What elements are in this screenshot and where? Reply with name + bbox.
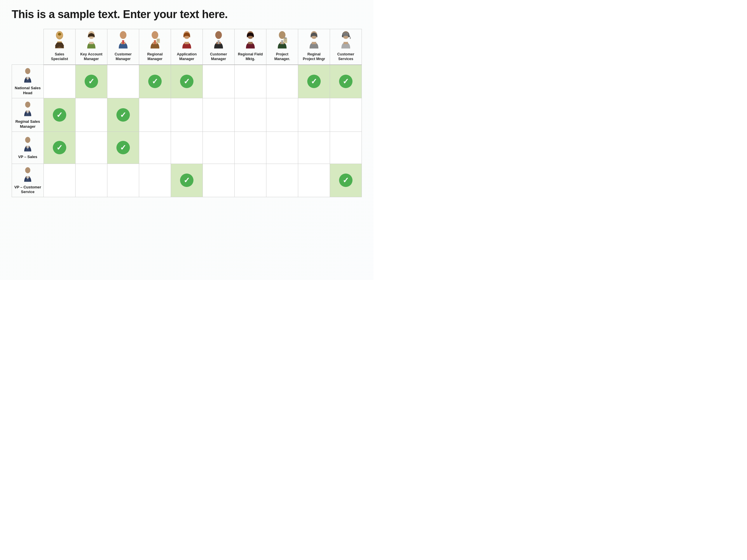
cell-vp-customer-service-sales-specialist (44, 164, 76, 197)
header-label-reginal-project-mngr: ReginalProject Mngr (300, 52, 329, 61)
cell-national-sales-head-application-manager (171, 65, 203, 98)
cell-vp-sales-regional-field-mktg (235, 132, 266, 164)
cell-vp-customer-service-customer-manager-2 (203, 164, 235, 197)
page-title: This is a sample text. Enter your text h… (12, 8, 362, 21)
cell-vp-sales-application-manager (171, 132, 203, 164)
cell-vp-customer-service-regional-manager (139, 164, 171, 197)
cell-vp-customer-service-application-manager (171, 164, 203, 197)
cell-national-sales-head-reginal-project-mngr (298, 65, 330, 98)
svg-rect-29 (312, 42, 316, 44)
header-label-regional-field-mktg: Regional FieldMktg. (236, 52, 265, 61)
svg-rect-32 (342, 35, 343, 37)
matrix-table: SalesSpecialist Key AccountManager Custo… (12, 29, 362, 197)
row-icon-reginal-sales-manager (14, 101, 42, 117)
checkmark-national-sales-head-customer-services (339, 75, 353, 88)
header-icon-reginal-project-mngr (300, 29, 329, 50)
svg-rect-11 (157, 38, 160, 43)
cell-vp-customer-service-key-account-manager (76, 164, 107, 197)
cell-reginal-sales-manager-reginal-project-mngr (298, 98, 330, 132)
row-reginal-sales-manager: Reginal SalesManager (12, 98, 362, 132)
header-icon-regional-manager (140, 29, 170, 50)
header-label-regional-manager: RegionalManager (140, 52, 170, 61)
header-row: SalesSpecialist Key AccountManager Custo… (12, 29, 362, 65)
row-vp-sales: VP – Sales (12, 132, 362, 164)
svg-rect-24 (284, 37, 287, 39)
cell-national-sales-head-customer-manager-1 (107, 65, 139, 98)
cell-vp-customer-service-reginal-project-mngr (298, 164, 330, 197)
svg-point-6 (120, 31, 127, 39)
row-header-vp-customer-service: VP – CustomerService (12, 164, 44, 197)
header-cell-key-account-manager: Key AccountManager (76, 29, 107, 65)
cell-national-sales-head-key-account-manager (76, 65, 107, 98)
cell-national-sales-head-sales-specialist (44, 65, 76, 98)
svg-point-34 (25, 68, 30, 74)
cell-reginal-sales-manager-customer-manager-2 (203, 98, 235, 132)
header-label-customer-services: CustomerServices (331, 52, 360, 61)
checkmark-reginal-sales-manager-customer-manager-1 (117, 108, 130, 122)
cell-vp-sales-customer-manager-1 (107, 132, 139, 164)
row-header-reginal-sales-manager: Reginal SalesManager (12, 98, 44, 132)
cell-vp-sales-customer-services (330, 132, 362, 164)
checkmark-national-sales-head-reginal-project-mngr (307, 75, 321, 88)
svg-point-38 (25, 137, 30, 143)
header-cell-project-manager: ProjectManager. (266, 29, 298, 65)
row-header-national-sales-head: National Sales Head (12, 65, 44, 98)
svg-rect-33 (349, 35, 350, 37)
cell-national-sales-head-customer-services (330, 65, 362, 98)
page-wrapper: This is a sample text. Enter your text h… (0, 0, 374, 203)
row-national-sales-head: National Sales Head (12, 65, 362, 98)
svg-rect-31 (343, 42, 348, 44)
cell-vp-customer-service-regional-field-mktg (235, 164, 266, 197)
header-cell-customer-manager-1: CustomerManager (107, 29, 139, 65)
cell-vp-sales-regional-manager (139, 132, 171, 164)
header-icon-application-manager (172, 29, 201, 50)
svg-point-3 (58, 33, 61, 35)
header-cell-reginal-project-mngr: ReginalProject Mngr (298, 29, 330, 65)
header-label-application-manager: ApplicationManager (172, 52, 201, 61)
cell-reginal-sales-manager-application-manager (171, 98, 203, 132)
checkmark-national-sales-head-regional-manager (148, 75, 162, 88)
row-icon-national-sales-head (14, 67, 42, 84)
cell-reginal-sales-manager-customer-services (330, 98, 362, 132)
header-cell-application-manager: ApplicationManager (171, 29, 203, 65)
svg-point-40 (25, 167, 30, 173)
header-icon-customer-manager-1 (108, 29, 138, 50)
header-icon-project-manager (267, 29, 297, 50)
row-label-reginal-sales-manager: Reginal SalesManager (14, 119, 42, 129)
row-label-national-sales-head: National Sales Head (14, 86, 42, 96)
header-icon-key-account-manager (77, 29, 106, 50)
svg-point-36 (25, 102, 30, 108)
cell-national-sales-head-regional-field-mktg (235, 65, 266, 98)
cell-vp-sales-sales-specialist (44, 132, 76, 164)
header-cell-regional-manager: RegionalManager (139, 29, 171, 65)
checkmark-reginal-sales-manager-sales-specialist (53, 108, 66, 122)
cell-reginal-sales-manager-regional-field-mktg (235, 98, 266, 132)
cell-national-sales-head-regional-manager (139, 65, 171, 98)
checkmark-vp-customer-service-application-manager (180, 174, 194, 187)
header-label-sales-specialist: SalesSpecialist (45, 52, 74, 61)
row-label-vp-sales: VP – Sales (14, 155, 42, 160)
row-icon-vp-sales (14, 136, 42, 153)
header-icon-customer-services (331, 29, 360, 50)
header-label-customer-manager-2: CustomerManager (204, 52, 233, 61)
svg-rect-20 (248, 42, 252, 44)
cell-reginal-sales-manager-project-manager (266, 98, 298, 132)
checkmark-vp-customer-service-customer-services (339, 174, 353, 187)
cell-vp-sales-reginal-project-mngr (298, 132, 330, 164)
header-label-key-account-manager: Key AccountManager (77, 52, 106, 61)
checkmark-vp-sales-customer-manager-1 (117, 141, 130, 154)
header-cell-sales-specialist: SalesSpecialist (44, 29, 76, 65)
header-label-project-manager: ProjectManager. (267, 52, 297, 61)
header-icon-sales-specialist (45, 29, 74, 50)
row-header-vp-sales: VP – Sales (12, 132, 44, 164)
row-label-vp-customer-service: VP – CustomerService (14, 185, 42, 195)
row-vp-customer-service: VP – CustomerService (12, 164, 362, 197)
cell-vp-sales-customer-manager-2 (203, 132, 235, 164)
cell-vp-sales-project-manager (266, 132, 298, 164)
cell-national-sales-head-customer-manager-2 (203, 65, 235, 98)
svg-rect-5 (89, 42, 93, 44)
svg-point-9 (152, 31, 158, 39)
matrix-container: SalesSpecialist Key AccountManager Custo… (12, 29, 362, 197)
checkmark-national-sales-head-key-account-manager (85, 75, 98, 88)
svg-rect-23 (284, 38, 287, 43)
